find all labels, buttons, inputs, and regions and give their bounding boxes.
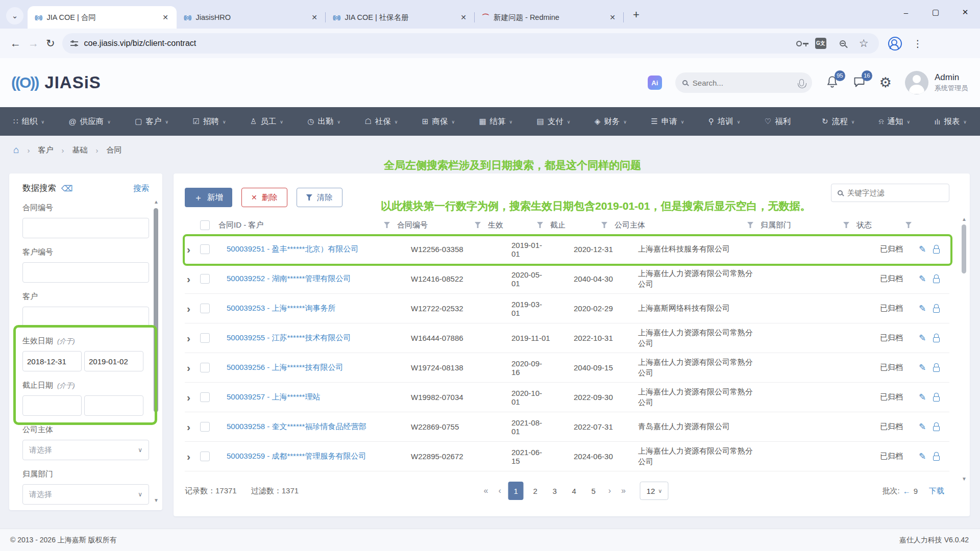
col-department[interactable]: 归属部门 <box>761 220 791 230</box>
tab-search-button[interactable]: ⌄ <box>6 7 23 24</box>
edit-icon[interactable]: ✎ <box>919 303 926 314</box>
row-checkbox[interactable] <box>200 304 210 313</box>
page-button-3[interactable]: 3 <box>547 482 562 500</box>
contract-id-client-link[interactable]: 500039258 - 奎文******福珍情食品经营部 <box>227 422 366 431</box>
notifications-bell[interactable]: 95 <box>825 75 839 91</box>
expand-chevron-icon[interactable]: › <box>185 450 190 462</box>
browser-tab-1[interactable]: ((o)) JIA COE | 合同 ✕ <box>28 6 177 29</box>
edit-icon[interactable]: ✎ <box>919 333 926 343</box>
page-size-select[interactable]: 12∨ <box>640 482 669 500</box>
expand-chevron-icon[interactable]: › <box>185 421 190 433</box>
nav-item-report[interactable]: ılı 报表 ∨ <box>935 116 967 127</box>
tab-close-icon[interactable]: ✕ <box>457 13 470 21</box>
password-key-icon[interactable] <box>796 41 802 46</box>
col-contract-id-client[interactable]: 合同ID - 客户 <box>218 220 263 230</box>
nav-item-welfare[interactable]: ♡ 福利 ∨ <box>765 116 798 127</box>
scrollbar-thumb[interactable] <box>154 208 158 412</box>
contract-id-client-link[interactable]: 500039251 - 盈丰******北京）有限公司 <box>227 244 358 253</box>
browser-menu-icon[interactable]: ⋮ <box>913 38 923 49</box>
contract-id-client-link[interactable]: 500039256 - 上海******技有限公司 <box>227 363 343 371</box>
expand-chevron-icon[interactable]: › <box>185 303 190 314</box>
nav-item-supplier[interactable]: @ 供应商 ∨ <box>69 116 111 127</box>
effective-date-from-input[interactable] <box>22 351 82 371</box>
edit-icon[interactable]: ✎ <box>919 273 926 284</box>
breadcrumb-item-client[interactable]: 客户 <box>38 145 53 155</box>
scroll-down-icon[interactable]: ▼ <box>961 476 967 482</box>
nav-item-employee[interactable]: ♙ 员工 ∨ <box>250 116 283 127</box>
tab-close-icon[interactable]: ✕ <box>159 13 172 21</box>
page-button-1[interactable]: 1 <box>508 482 524 500</box>
edit-icon[interactable]: ✎ <box>919 244 926 255</box>
row-checkbox[interactable] <box>200 392 210 402</box>
edit-icon[interactable]: ✎ <box>919 362 926 373</box>
contract-id-client-link[interactable]: 500039252 - 湖南******管理有限公司 <box>227 274 351 283</box>
filter-icon[interactable] <box>747 222 753 228</box>
expand-chevron-icon[interactable]: › <box>185 362 190 373</box>
lock-icon[interactable] <box>933 396 940 402</box>
lock-icon[interactable] <box>933 248 940 254</box>
download-link[interactable]: 下载 <box>929 486 944 496</box>
prev-page-button[interactable]: ‹ <box>495 486 504 495</box>
sidebar-scrollbar[interactable]: ▲ ▼ <box>153 199 159 503</box>
browser-tab-4[interactable]: ⌒ 新建问题 - Redmine ✕ <box>475 6 624 29</box>
site-info-icon[interactable] <box>70 41 78 46</box>
delete-button[interactable]: ✕删除 <box>241 188 287 207</box>
nav-item-social-insurance[interactable]: ☖ 社保 ∨ <box>364 116 398 127</box>
row-checkbox[interactable] <box>200 333 210 343</box>
expand-chevron-icon[interactable]: › <box>185 243 190 255</box>
contract-id-client-link[interactable]: 500039253 - 上海******询事务所 <box>227 304 335 312</box>
nav-item-notification[interactable]: ⍾ 通知 ∨ <box>879 116 911 127</box>
batch-back-arrow-icon[interactable]: ← <box>903 487 911 495</box>
nav-item-training[interactable]: ⚲ 培训 ∨ <box>708 116 741 127</box>
row-checkbox[interactable] <box>200 422 210 432</box>
lock-icon[interactable] <box>933 367 940 372</box>
sidebar-search-link[interactable]: 搜索 <box>133 183 149 194</box>
end-date-from-input[interactable] <box>22 395 82 416</box>
ai-assistant-icon[interactable]: Ai <box>648 76 662 90</box>
nav-item-attendance[interactable]: ◷ 出勤 ∨ <box>307 116 340 127</box>
client-no-input[interactable] <box>22 262 149 283</box>
nav-item-application[interactable]: ☰ 申请 ∨ <box>651 116 684 127</box>
zoom-out-icon[interactable] <box>840 40 846 46</box>
nav-item-client[interactable]: ▢ 客户 ∨ <box>135 116 168 127</box>
select-all-checkbox[interactable] <box>200 220 210 230</box>
page-button-4[interactable]: 4 <box>567 482 582 500</box>
browser-tab-2[interactable]: ((o)) JiasisHRO ✕ <box>177 6 326 29</box>
scrollbar-thumb[interactable] <box>962 224 966 273</box>
lock-icon[interactable] <box>933 456 940 461</box>
nav-item-payment[interactable]: ▤ 支付 ∨ <box>537 116 571 127</box>
col-status[interactable]: 状态 <box>856 220 872 230</box>
gear-icon[interactable]: ⚙ <box>879 74 892 91</box>
page-button-2[interactable]: 2 <box>528 482 543 500</box>
scroll-down-icon[interactable]: ▼ <box>153 497 159 503</box>
edit-icon[interactable]: ✎ <box>919 392 926 403</box>
url-field[interactable]: coe.jiasis.vip/biz/client-contract G文 ☆ <box>62 33 879 54</box>
filter-icon[interactable] <box>384 222 390 228</box>
next-page-button[interactable]: › <box>605 486 614 495</box>
clear-filter-button[interactable]: 清除 <box>297 188 342 207</box>
first-page-button[interactable]: « <box>481 486 492 495</box>
page-button-5[interactable]: 5 <box>586 482 601 500</box>
contract-id-client-link[interactable]: 500039259 - 成都******管理服务有限公司 <box>227 452 366 460</box>
breadcrumb-item-contract[interactable]: 合同 <box>106 145 121 155</box>
bookmark-star-icon[interactable]: ☆ <box>859 37 869 49</box>
maximize-button[interactable]: ▢ <box>921 8 950 17</box>
nav-item-commercial-insurance[interactable]: ⊞ 商保 ∨ <box>422 116 455 127</box>
row-checkbox[interactable] <box>200 244 210 254</box>
new-tab-button[interactable]: + <box>629 8 644 21</box>
filter-icon[interactable] <box>843 222 849 228</box>
translate-icon[interactable]: G文 <box>815 38 826 49</box>
filter-icon[interactable] <box>905 222 912 228</box>
lock-icon[interactable] <box>933 278 940 283</box>
lock-icon[interactable] <box>933 308 940 313</box>
back-button[interactable]: ← <box>10 37 21 49</box>
end-date-to-input[interactable] <box>84 395 143 416</box>
expand-chevron-icon[interactable]: › <box>185 273 190 285</box>
home-icon[interactable]: ⌂ <box>13 144 19 156</box>
nav-item-workflow[interactable]: ↻ 流程 ∨ <box>822 116 854 127</box>
contract-id-client-link[interactable]: 500039257 - 上海******理站 <box>227 392 320 401</box>
global-search-box[interactable] <box>675 72 812 93</box>
row-checkbox[interactable] <box>200 363 210 372</box>
row-checkbox[interactable] <box>200 452 210 461</box>
messages-button[interactable]: 16 <box>852 75 866 91</box>
